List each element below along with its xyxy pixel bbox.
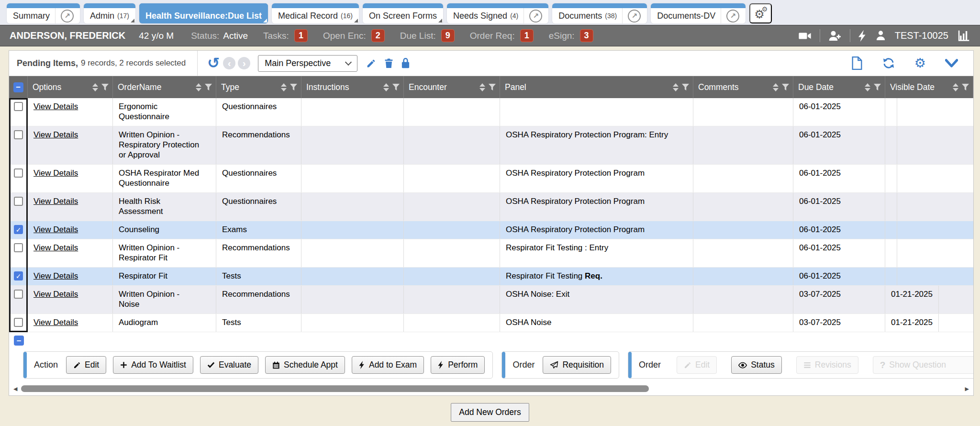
bolt-icon[interactable] xyxy=(858,30,867,42)
tab[interactable]: Admin (17) xyxy=(84,3,135,23)
select-all-checkbox[interactable]: – xyxy=(13,82,23,92)
view-details-link[interactable]: View Details xyxy=(33,318,78,327)
row-checkbox[interactable] xyxy=(14,130,23,139)
filter-funnel-icon[interactable] xyxy=(101,84,109,91)
view-details-link[interactable]: View Details xyxy=(33,168,78,178)
action-button[interactable]: Add To Waitlist xyxy=(113,356,193,374)
tab-popout[interactable]: ↗ xyxy=(55,8,74,23)
view-details-link[interactable]: View Details xyxy=(33,225,78,234)
row-checkbox[interactable] xyxy=(14,243,23,252)
undo-icon[interactable]: ↺ xyxy=(207,56,220,70)
column-header[interactable]: Visible Date xyxy=(885,76,973,98)
person-icon[interactable] xyxy=(875,30,887,42)
table-row[interactable]: View Details Written Opinion - Noise Rec… xyxy=(9,286,973,314)
action-button[interactable]: Edit xyxy=(66,356,106,374)
table-row[interactable]: View Details Written Opinion - Respirato… xyxy=(9,239,973,268)
view-details-link[interactable]: View Details xyxy=(33,271,78,280)
row-checkbox[interactable] xyxy=(14,290,23,299)
column-header[interactable]: Options xyxy=(28,76,113,98)
counter-badge[interactable]: 3 xyxy=(580,29,593,42)
tab[interactable]: Needs Signed (4) ↗ xyxy=(447,3,548,23)
counter-badge[interactable]: 1 xyxy=(294,29,308,42)
view-details-link[interactable]: View Details xyxy=(33,197,78,206)
action-button[interactable]: Perform xyxy=(431,356,485,374)
collapse-chevron-icon[interactable] xyxy=(945,59,958,68)
column-header[interactable]: Type xyxy=(216,76,301,98)
tab-popout[interactable]: ↗ xyxy=(523,8,542,23)
lock-icon[interactable] xyxy=(401,58,410,68)
column-header[interactable]: Encounter xyxy=(404,76,500,98)
row-checkbox[interactable] xyxy=(14,102,23,111)
scroll-right-icon[interactable]: ▶ xyxy=(965,386,969,392)
action-button[interactable]: Status xyxy=(731,356,782,374)
row-checkbox[interactable] xyxy=(14,168,23,178)
filter-funnel-icon[interactable] xyxy=(782,84,789,91)
row-checkbox[interactable] xyxy=(14,197,23,206)
view-details-link[interactable]: View Details xyxy=(33,290,78,299)
column-header[interactable]: Comments xyxy=(693,76,793,98)
trash-icon[interactable] xyxy=(384,58,393,68)
edit-perspective-icon[interactable] xyxy=(366,58,376,68)
scrollbar-thumb[interactable] xyxy=(21,385,649,392)
filter-funnel-icon[interactable] xyxy=(489,84,496,91)
action-button[interactable]: Requisition xyxy=(543,356,611,374)
new-document-icon[interactable] xyxy=(851,56,863,70)
action-button[interactable]: Schedule Appt xyxy=(265,356,345,374)
select-all-checkbox-bottom[interactable]: – xyxy=(14,336,24,346)
sort-icon[interactable] xyxy=(773,83,779,91)
tab[interactable]: Summary ↗ xyxy=(7,3,80,23)
column-header[interactable]: Panel xyxy=(500,76,693,98)
tab[interactable]: Documents-DV ↗ xyxy=(651,3,746,23)
next-perspective-icon[interactable]: › xyxy=(238,57,250,69)
table-row[interactable]: View Details Written Opinion - Respirato… xyxy=(9,126,973,165)
tab-popout[interactable]: ↗ xyxy=(721,8,739,23)
table-row[interactable]: ✓ View Details Respirator Fit Tests Resp… xyxy=(9,268,973,286)
row-checkbox[interactable]: ✓ xyxy=(14,271,23,280)
previous-perspective-icon[interactable]: ‹ xyxy=(223,57,235,69)
view-details-link[interactable]: View Details xyxy=(33,102,78,111)
counter-badge[interactable]: 1 xyxy=(520,29,534,42)
sort-icon[interactable] xyxy=(479,83,485,91)
horizontal-scrollbar[interactable]: ◀ ▶ xyxy=(11,384,971,393)
sort-icon[interactable] xyxy=(953,83,958,91)
sort-icon[interactable] xyxy=(196,83,201,91)
sort-icon[interactable] xyxy=(281,83,287,91)
refresh-icon[interactable] xyxy=(882,57,895,69)
counter-badge[interactable]: 2 xyxy=(371,29,385,42)
action-button[interactable]: Add to Exam xyxy=(352,356,424,374)
sort-icon[interactable] xyxy=(673,83,679,91)
row-checkbox[interactable] xyxy=(14,318,23,327)
sort-icon[interactable] xyxy=(865,83,870,91)
tab[interactable]: On Screen Forms xyxy=(363,3,443,23)
perspective-select[interactable]: Main Perspective xyxy=(258,55,357,72)
row-checkbox[interactable]: ✓ xyxy=(14,225,23,234)
person-add-icon[interactable] xyxy=(828,29,842,43)
counter-badge[interactable]: 9 xyxy=(441,29,455,42)
table-row[interactable]: ✓ View Details Counseling Exams OSHA Res… xyxy=(9,221,973,239)
table-row[interactable]: View Details OSHA Respirator Med Questio… xyxy=(9,165,973,193)
filter-funnel-icon[interactable] xyxy=(392,84,400,91)
sort-icon[interactable] xyxy=(92,83,98,91)
add-new-orders-button[interactable]: Add New Orders xyxy=(451,403,529,422)
column-header[interactable]: Due Date xyxy=(793,76,885,98)
table-row[interactable]: View Details Health Risk Assessment Ques… xyxy=(9,193,973,221)
tab-popout[interactable]: ↗ xyxy=(622,8,641,23)
view-details-link[interactable]: View Details xyxy=(33,243,78,252)
filter-funnel-icon[interactable] xyxy=(874,84,881,91)
sort-icon[interactable] xyxy=(383,83,389,91)
scroll-left-icon[interactable]: ◀ xyxy=(13,386,17,392)
filter-funnel-icon[interactable] xyxy=(682,84,689,91)
table-row[interactable]: View Details Ergonomic Questionnaire Que… xyxy=(9,98,973,126)
column-header[interactable]: OrderName xyxy=(113,76,216,98)
filter-funnel-icon[interactable] xyxy=(290,84,297,91)
bar-chart-icon[interactable] xyxy=(957,29,970,42)
video-camera-icon[interactable] xyxy=(798,29,812,43)
tab[interactable]: Health Surveillance:Due List xyxy=(139,3,268,23)
tab[interactable]: Medical Record (16) xyxy=(272,3,359,23)
view-details-link[interactable]: View Details xyxy=(33,130,78,139)
column-header[interactable]: Instructions xyxy=(301,76,404,98)
tab[interactable]: Documents (38) ↗ xyxy=(552,3,647,23)
action-button[interactable]: Evaluate xyxy=(200,356,258,374)
filter-funnel-icon[interactable] xyxy=(962,84,969,91)
tab-settings-button[interactable]: ⚙ ⚙ xyxy=(749,3,772,23)
